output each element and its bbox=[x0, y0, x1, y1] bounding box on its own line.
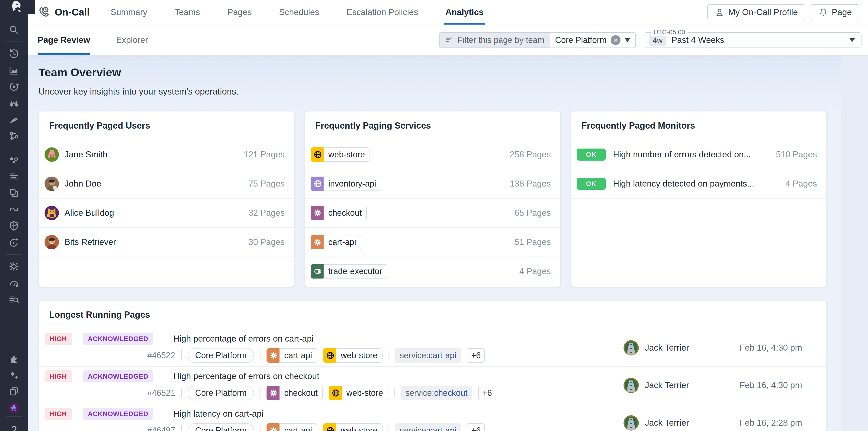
service-chip[interactable]: cart-api bbox=[267, 423, 317, 431]
profiling-gauge-icon[interactable] bbox=[7, 276, 21, 290]
service-row[interactable]: web-store 258 Pages bbox=[305, 140, 560, 169]
longest-running-pages-card: Longest Running Pages HIGH ACKNOWLEDGED … bbox=[38, 300, 827, 431]
error-tracking-bug-icon[interactable] bbox=[7, 260, 21, 273]
more-tags-chip[interactable]: +6 bbox=[467, 423, 485, 431]
service-chip[interactable]: checkout bbox=[267, 386, 323, 400]
team-pill[interactable]: Core Platform bbox=[188, 423, 254, 431]
synthetics-loop-icon[interactable] bbox=[7, 203, 21, 216]
page-title-text: High latency on cart-api bbox=[173, 409, 264, 419]
person-icon bbox=[715, 7, 724, 17]
user-row[interactable]: Alice Bulldog 32 Pages bbox=[39, 199, 294, 228]
service-row[interactable]: cart-api 51 Pages bbox=[305, 228, 560, 257]
user-row[interactable]: Bits Retriever 30 Pages bbox=[39, 228, 294, 257]
team-filter[interactable]: Filter this page by team Core Platform bbox=[439, 32, 636, 48]
search-icon[interactable] bbox=[7, 23, 21, 36]
card-title: Frequently Paging Services bbox=[305, 111, 560, 140]
page-count: 65 Pages bbox=[515, 208, 551, 218]
datadog-logo[interactable] bbox=[0, 0, 35, 14]
card-title: Longest Running Pages bbox=[39, 301, 826, 329]
user-row[interactable]: John Doe 75 Pages bbox=[39, 169, 294, 199]
workspaces-icon[interactable] bbox=[7, 385, 21, 398]
nav-pages[interactable]: Pages bbox=[227, 0, 252, 25]
service-chip[interactable]: web-store bbox=[323, 423, 382, 431]
watchdog-icon[interactable] bbox=[7, 80, 21, 93]
page-button[interactable]: Page bbox=[811, 4, 859, 21]
service-chip[interactable]: inventory-api bbox=[311, 176, 381, 191]
rail-help-section[interactable]: ? Help bbox=[0, 415, 28, 431]
service-chip[interactable]: web-store bbox=[311, 147, 370, 162]
page-row[interactable]: HIGH ACKNOWLEDGED High latency on cart-a… bbox=[39, 404, 826, 431]
gears-icon bbox=[311, 206, 325, 220]
watchdog-ai-icon[interactable] bbox=[7, 236, 21, 249]
ai-sparkles-icon[interactable] bbox=[7, 369, 21, 382]
monitor-row[interactable]: OK High latency detected on payments... … bbox=[571, 169, 826, 199]
bits-ai-icon[interactable] bbox=[7, 402, 21, 415]
time-range-select[interactable]: UTC-05:00 4w Past 4 Weeks bbox=[645, 32, 862, 48]
overview-cards: Frequently Paged Users Jane Smith 121 Pa… bbox=[38, 111, 827, 287]
nav-analytics[interactable]: Analytics bbox=[445, 0, 484, 25]
clear-filter-icon[interactable] bbox=[611, 35, 620, 45]
more-tags-chip[interactable]: +6 bbox=[478, 386, 496, 400]
service-chip[interactable]: trade-executor bbox=[311, 264, 387, 278]
gears-icon bbox=[267, 348, 281, 363]
tab-explorer[interactable]: Explorer bbox=[116, 25, 148, 55]
tab-page-review[interactable]: Page Review bbox=[38, 25, 90, 55]
page-count: 75 Pages bbox=[248, 179, 285, 189]
page-row[interactable]: HIGH ACKNOWLEDGED High percentage of err… bbox=[39, 367, 826, 404]
top-bar: On-Call Summary Teams Pages Schedules Es… bbox=[28, 0, 868, 25]
security-shield-icon[interactable] bbox=[7, 220, 21, 232]
severity-badge: HIGH bbox=[44, 333, 72, 345]
chevron-down-icon[interactable] bbox=[625, 38, 630, 42]
card-title: Frequently Paged Monitors bbox=[571, 111, 826, 140]
service-chip[interactable]: web-store bbox=[323, 348, 382, 363]
monitor-row[interactable]: OK High number of errors detected on... … bbox=[571, 140, 826, 169]
product-title: On-Call bbox=[55, 7, 90, 18]
service-chip[interactable]: cart-api bbox=[311, 235, 361, 249]
monitor-title: High latency detected on payments... bbox=[613, 179, 754, 189]
team-pill[interactable]: Core Platform bbox=[188, 386, 254, 400]
service-chip[interactable]: cart-api bbox=[267, 348, 317, 363]
infrastructure-layers-icon[interactable] bbox=[7, 113, 21, 126]
rum-windows-icon[interactable] bbox=[7, 187, 21, 200]
metrics-chart-icon[interactable] bbox=[7, 64, 21, 77]
nav-schedules[interactable]: Schedules bbox=[279, 0, 319, 25]
log-explorer-icon[interactable] bbox=[7, 293, 21, 306]
service-map-icon[interactable] bbox=[7, 130, 21, 142]
page-count: 4 Pages bbox=[785, 179, 817, 189]
page-id: #46497 bbox=[147, 426, 175, 431]
assignee-name: Jack Terrier bbox=[645, 380, 689, 390]
service-tag[interactable]: service:cart-api bbox=[395, 423, 461, 431]
database-icon bbox=[311, 264, 325, 278]
nav-summary[interactable]: Summary bbox=[111, 0, 147, 25]
service-row[interactable]: checkout 65 Pages bbox=[305, 199, 560, 228]
nav-teams[interactable]: Teams bbox=[175, 0, 200, 25]
processes-hexagons-icon[interactable] bbox=[7, 154, 21, 167]
logs-icon[interactable] bbox=[7, 170, 21, 183]
service-chip[interactable]: checkout bbox=[311, 206, 367, 220]
page-id: #46521 bbox=[147, 388, 175, 398]
rail-divider bbox=[6, 148, 22, 148]
service-row[interactable]: trade-executor 4 Pages bbox=[305, 257, 560, 286]
integrations-puzzle-icon[interactable] bbox=[7, 352, 21, 365]
my-oncall-profile-button[interactable]: My On-Call Profile bbox=[707, 4, 805, 21]
datadog-dog-icon bbox=[10, 0, 25, 14]
gears-icon bbox=[267, 386, 281, 400]
globe-icon bbox=[323, 423, 338, 431]
page-count: 32 Pages bbox=[248, 208, 285, 218]
severity-badge: HIGH bbox=[44, 370, 72, 382]
user-row[interactable]: Jane Smith 121 Pages bbox=[39, 140, 294, 169]
nav-escalation-policies[interactable]: Escalation Policies bbox=[346, 0, 418, 25]
page-subtitle: Uncover key insights into your system's … bbox=[38, 87, 868, 97]
service-chip[interactable]: web-store bbox=[329, 386, 388, 400]
more-tags-chip[interactable]: +6 bbox=[467, 348, 485, 363]
history-icon[interactable] bbox=[7, 47, 21, 60]
service-row[interactable]: inventory-api 138 Pages bbox=[305, 169, 560, 199]
assignee-avatar bbox=[623, 340, 639, 356]
range-label: Past 4 Weeks bbox=[671, 35, 849, 45]
apm-binoculars-icon[interactable] bbox=[7, 97, 21, 110]
service-tag[interactable]: service:cart-api bbox=[395, 348, 461, 363]
page-row[interactable]: HIGH ACKNOWLEDGED High percentage of err… bbox=[39, 329, 826, 367]
service-tag[interactable]: service:checkout bbox=[401, 386, 472, 400]
team-pill[interactable]: Core Platform bbox=[188, 348, 254, 363]
bell-icon bbox=[818, 7, 828, 17]
